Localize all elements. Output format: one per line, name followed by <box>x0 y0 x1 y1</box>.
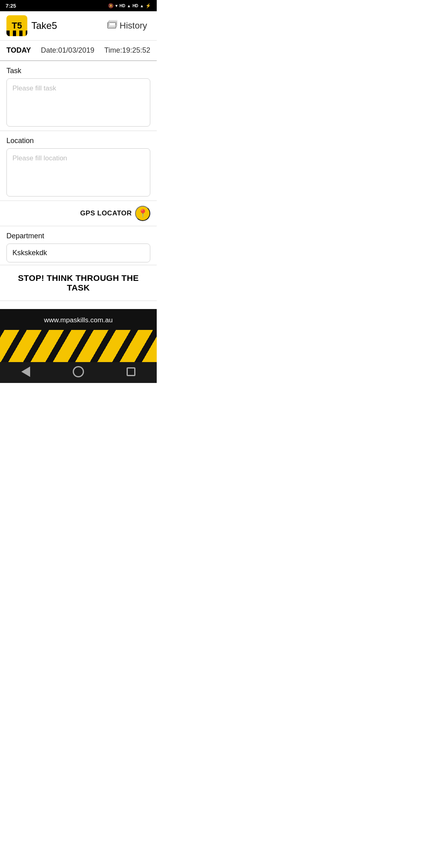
nav-back-button[interactable] <box>21 366 30 377</box>
footer-url: www.mpaskills.com.au <box>0 316 157 330</box>
header-left: T5 Take5 <box>6 15 57 36</box>
task-label: Task <box>6 67 150 75</box>
network-hd-1: HD <box>119 4 125 8</box>
gps-row: GPS LOCATOR 📍 <box>0 201 157 226</box>
logo-text: T5 <box>12 20 22 31</box>
app-name: Take5 <box>31 20 57 31</box>
task-input[interactable] <box>6 78 150 127</box>
location-input[interactable] <box>6 148 150 197</box>
home-icon <box>73 366 84 377</box>
status-bar: 7:25 🔕 ▾ HD ▲ HD ▲ ⚡ <box>0 0 157 11</box>
signal-icon-2: ▲ <box>140 4 144 8</box>
history-label: History <box>120 20 147 31</box>
location-section: Location <box>0 131 157 201</box>
network-hd-2: HD <box>133 4 138 8</box>
date-display: Date:01/03/2019 <box>41 46 94 55</box>
signal-icon-1: ▲ <box>127 4 131 8</box>
battery-icon: ⚡ <box>145 3 151 8</box>
mute-icon: 🔕 <box>108 3 114 8</box>
wifi-icon: ▾ <box>115 3 118 8</box>
today-label: TODAY <box>6 46 31 55</box>
gps-button[interactable]: 📍 <box>135 206 150 221</box>
footer: www.mpaskills.com.au <box>0 309 157 383</box>
history-button[interactable]: History <box>103 18 150 33</box>
department-input[interactable] <box>6 244 150 262</box>
history-icon <box>106 20 117 32</box>
status-time: 7:25 <box>6 3 16 9</box>
back-icon <box>21 366 30 377</box>
task-section: Task <box>0 61 157 131</box>
think-text: STOP! THINK THROUGH THE TASK <box>18 273 139 292</box>
hazard-stripes <box>0 330 157 362</box>
app-logo: T5 <box>6 15 27 36</box>
app-header: T5 Take5 History <box>0 11 157 41</box>
location-label: Location <box>6 137 150 145</box>
recent-icon <box>127 367 135 376</box>
think-section: STOP! THINK THROUGH THE TASK <box>0 265 157 301</box>
department-label: Department <box>6 232 150 240</box>
gps-pin-icon: 📍 <box>138 209 148 218</box>
nav-recent-button[interactable] <box>127 367 135 376</box>
gps-label: GPS LOCATOR <box>80 209 132 217</box>
nav-home-button[interactable] <box>73 366 84 377</box>
nav-bar <box>0 362 157 383</box>
status-icons: 🔕 ▾ HD ▲ HD ▲ ⚡ <box>108 3 151 8</box>
time-display: Time:19:25:52 <box>104 46 150 55</box>
logo-stripes <box>6 31 27 36</box>
svg-rect-0 <box>108 23 116 28</box>
date-bar: TODAY Date:01/03/2019 Time:19:25:52 <box>0 41 157 61</box>
department-section: Department <box>0 226 157 265</box>
